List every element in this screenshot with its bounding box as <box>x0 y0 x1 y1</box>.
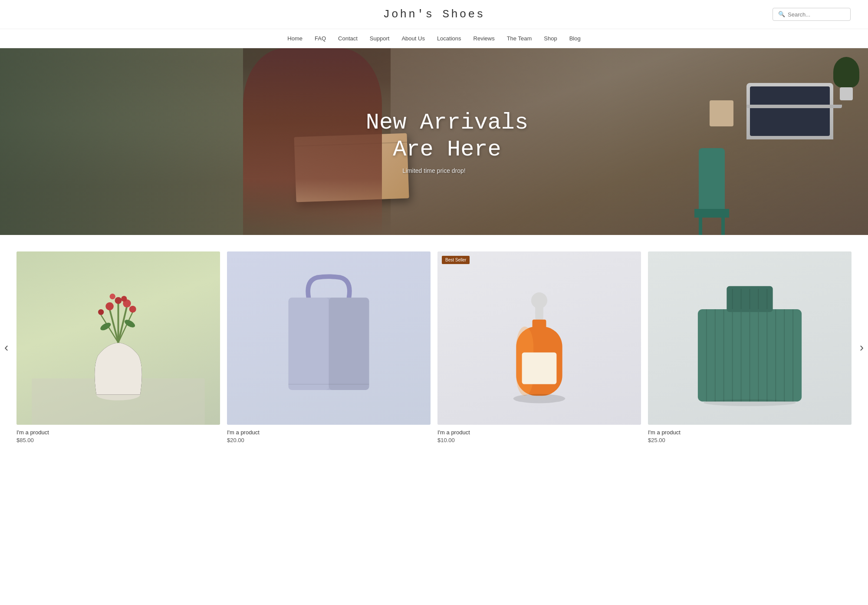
nav-item-the-team[interactable]: The Team <box>507 35 532 42</box>
product-card-3[interactable]: Best Seller <box>434 248 644 447</box>
hero-banner: New Arrivals Are Here Limited time price… <box>0 48 868 235</box>
svg-point-26 <box>513 394 566 403</box>
products-carousel: ‹ <box>0 248 868 447</box>
nav-item-faq[interactable]: FAQ <box>315 35 326 42</box>
product-image-3: Best Seller <box>437 251 641 425</box>
svg-point-12 <box>110 294 115 299</box>
product-name-1: I'm a product <box>16 429 220 436</box>
svg-point-7 <box>105 302 114 311</box>
svg-point-8 <box>115 297 122 304</box>
site-title: John's Shoes <box>383 8 485 21</box>
nav-item-about-us[interactable]: About Us <box>401 35 424 42</box>
products-section: ‹ <box>0 235 868 460</box>
product-price-3: $10.00 <box>437 437 641 443</box>
hero-title: New Arrivals Are Here <box>366 109 528 164</box>
hero-text: New Arrivals Are Here Limited time price… <box>340 109 528 174</box>
search-icon: 🔍 <box>778 11 785 18</box>
serum-svg <box>437 251 641 425</box>
product-image-wrap-1 <box>16 251 220 425</box>
nav-item-contact[interactable]: Contact <box>338 35 358 42</box>
product-card-2[interactable]: I'm a product $20.00 <box>224 248 434 447</box>
nav-item-reviews[interactable]: Reviews <box>473 35 495 42</box>
chair-leg2 <box>721 215 725 235</box>
product-name-3: I'm a product <box>437 429 641 436</box>
nav-item-blog[interactable]: Blog <box>569 35 581 42</box>
product-image-1 <box>16 251 220 425</box>
product-image-wrap-2 <box>227 251 431 425</box>
product-price-2: $20.00 <box>227 437 431 443</box>
product-price-4: $25.00 <box>648 437 852 443</box>
bag-svg <box>227 251 431 425</box>
chair-leg1 <box>699 215 702 235</box>
svg-point-10 <box>98 309 104 315</box>
product-name-4: I'm a product <box>648 429 852 436</box>
carousel-next-button[interactable]: › <box>855 336 868 359</box>
hero-mug <box>710 100 733 126</box>
hero-plant <box>833 57 859 100</box>
nav-item-home[interactable]: Home <box>287 35 302 42</box>
search-box: 🔍 <box>773 8 851 21</box>
hero-laptop-screen <box>750 86 830 136</box>
hero-laptop <box>746 83 833 139</box>
product-name-2: I'm a product <box>227 429 431 436</box>
svg-line-6 <box>118 312 133 343</box>
product-image-2 <box>227 251 431 425</box>
product-price-1: $85.00 <box>16 437 220 443</box>
svg-line-4 <box>118 306 127 343</box>
svg-point-45 <box>704 399 796 406</box>
svg-line-2 <box>110 309 118 343</box>
hero-laptop-base <box>746 105 842 108</box>
nav-item-shop[interactable]: Shop <box>544 35 557 42</box>
search-input[interactable] <box>788 11 845 18</box>
plant-pot <box>840 87 853 100</box>
svg-point-13 <box>121 296 127 301</box>
carousel-prev-button[interactable]: ‹ <box>0 336 13 359</box>
svg-rect-18 <box>329 298 369 390</box>
product-image-4 <box>648 251 852 425</box>
sweater-svg <box>648 251 852 425</box>
svg-rect-21 <box>535 301 543 321</box>
hero-chair <box>694 148 729 235</box>
svg-rect-17 <box>288 298 329 390</box>
main-nav: Home FAQ Contact Support About Us Locati… <box>0 29 868 48</box>
product-card-4[interactable]: I'm a product $25.00 <box>644 248 855 447</box>
vase-svg <box>16 251 220 425</box>
products-grid: I'm a product $85.00 <box>0 248 868 447</box>
chair-back <box>699 148 725 213</box>
plant-leaves <box>833 57 859 87</box>
hero-subtitle: Limited time price drop! <box>340 167 528 174</box>
svg-rect-25 <box>522 353 557 384</box>
header: John's Shoes 🔍 <box>0 0 868 29</box>
nav-item-locations[interactable]: Locations <box>437 35 461 42</box>
product-card-1[interactable]: I'm a product $85.00 <box>13 248 224 447</box>
nav-item-support[interactable]: Support <box>370 35 390 42</box>
product-image-wrap-3: Best Seller <box>437 251 641 425</box>
svg-point-11 <box>129 306 136 313</box>
product-image-wrap-4 <box>648 251 852 425</box>
best-seller-badge: Best Seller <box>442 256 470 264</box>
